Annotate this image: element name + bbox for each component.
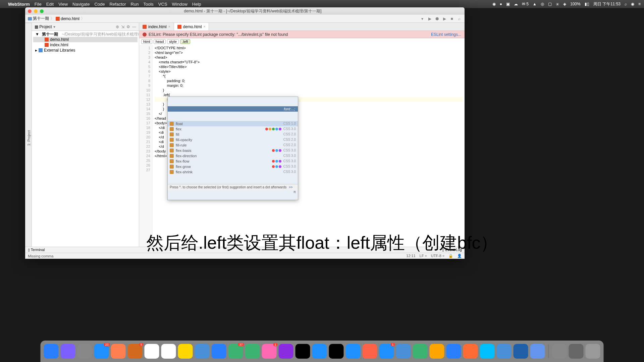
ac-item-float[interactable]: floatCSS 1.0 (168, 121, 298, 126)
tool-structure[interactable]: 7: Structure (25, 23, 26, 253)
menu-help[interactable]: Help (192, 2, 201, 7)
dock-app-4[interactable] (111, 344, 126, 359)
path-html[interactable]: html (141, 39, 152, 44)
dock-app-6[interactable] (145, 344, 159, 359)
record-icon[interactable]: ◉ (492, 2, 496, 6)
dock-app-23[interactable] (430, 344, 444, 359)
menu-refactor[interactable]: Refactor (109, 2, 126, 7)
tab-index[interactable]: index.html× (139, 23, 174, 31)
dock-app-1[interactable] (61, 344, 75, 359)
vpn-icon[interactable]: ▣ (506, 2, 510, 6)
code-area[interactable]: 1234567891011121314151617181920212223242… (139, 45, 465, 253)
menu-edit[interactable]: Edit (46, 2, 54, 7)
debug-icon[interactable]: ⬢ (434, 16, 440, 21)
menu-extras-icon[interactable]: ≡ (638, 2, 641, 6)
dock-app-15[interactable] (296, 344, 310, 359)
terminal-tab[interactable]: ▯ Terminal (28, 248, 45, 252)
wifi-icon[interactable]: ◈ (563, 2, 566, 6)
dock-app-29[interactable] (530, 344, 545, 359)
ac-item-flex-direction[interactable]: flex-directionCSS 3.0 (168, 153, 298, 159)
dock-app-12[interactable] (245, 344, 260, 359)
minimize-icon[interactable] (34, 9, 38, 13)
scroll-from-source-icon[interactable]: ⊕ (116, 24, 119, 29)
menu-window[interactable]: Window (172, 2, 187, 7)
dock-app-2[interactable] (77, 344, 92, 359)
close-icon[interactable]: × (204, 25, 206, 28)
search-icon[interactable]: ⌕ (457, 16, 462, 21)
chevron-down-icon[interactable]: ▾ (53, 24, 55, 29)
dock-extra-1[interactable] (569, 344, 584, 359)
bc-file[interactable]: demo.html (56, 16, 79, 21)
gear-icon[interactable]: ⚙ (126, 24, 130, 29)
dock-extra-2[interactable] (586, 344, 600, 359)
menu-run[interactable]: Run (131, 2, 139, 7)
coverage-icon[interactable]: ▶ (442, 16, 447, 21)
menu-view[interactable]: View (58, 2, 68, 7)
dock-app-9[interactable] (195, 344, 210, 359)
bluetooth-icon[interactable]: ⚹ (556, 2, 559, 6)
stop-icon[interactable]: ■ (449, 16, 454, 21)
siri-icon[interactable]: ◉ (631, 2, 634, 6)
dock-extra-0[interactable] (552, 344, 567, 359)
ac-item-fill-rule[interactable]: fill-ruleCSS 2.0 (168, 142, 298, 148)
dock-app-16[interactable] (312, 344, 327, 359)
menu-file[interactable]: File (35, 2, 42, 7)
path-left[interactable]: .left (180, 39, 190, 44)
airplay-icon[interactable]: ▲ (533, 2, 537, 6)
dock-app-28[interactable] (514, 344, 528, 359)
dock-app-10[interactable] (212, 344, 226, 359)
ac-item-flex-grow[interactable]: flex-growCSS 3.0 (168, 164, 298, 169)
app-name[interactable]: WebStorm (8, 2, 30, 7)
project-tree[interactable]: ▼ 第十一期 ~/Desktop/前端学习资料/web前端技术梳理/第十一期 d… (32, 31, 139, 253)
ac-item-fill[interactable]: fillCSS 2.0 (168, 132, 298, 137)
menu-vcs[interactable]: VCS (158, 2, 167, 7)
run-icon[interactable]: ▶ (427, 16, 432, 21)
menu-navigate[interactable]: Navigate (72, 2, 90, 7)
ac-item-flex-flow[interactable]: flex-flowCSS 3.0 (168, 159, 298, 164)
dock-app-22[interactable] (413, 344, 428, 359)
clock[interactable]: 周日 下午11:53 (593, 1, 621, 7)
dock-app-17[interactable] (329, 344, 344, 359)
dock-app-18[interactable] (346, 344, 361, 359)
zoom-icon[interactable] (40, 9, 44, 13)
sq-icon[interactable]: ▢ (548, 2, 552, 6)
ac-item-flex[interactable]: flexCSS 3.0 (168, 126, 298, 132)
dock-app-20[interactable]: 1 (379, 344, 394, 359)
battery-pct[interactable]: 100% (570, 2, 581, 6)
dock-app-11[interactable]: 37 (228, 344, 243, 359)
ac-item-flex-shrink[interactable]: flex-shrinkCSS 3.0 (168, 169, 298, 175)
dock-app-0[interactable] (44, 344, 59, 359)
dock-app-21[interactable] (396, 344, 411, 359)
menu-code[interactable]: Code (94, 2, 105, 7)
ac-item-fill-opacity[interactable]: fill-opacityCSS 2.0 (168, 137, 298, 142)
eslint-settings-link[interactable]: ESLint settings... (431, 32, 461, 37)
titlebar[interactable]: demo.html - 第十一期 - [~/Desktop/前端学习资料/web… (25, 7, 465, 15)
dock-app-7[interactable] (161, 344, 176, 359)
dock-app-13[interactable]: 1 (262, 344, 277, 359)
bc-project[interactable]: 第十一期 (28, 16, 49, 21)
close-icon[interactable] (28, 9, 32, 13)
code-text[interactable]: <!DOCTYPE html><html lang="en"><head> <m… (153, 45, 465, 253)
tree-ext-lib[interactable]: ▸ External Libraries (33, 48, 138, 53)
menu-tools[interactable]: Tools (143, 2, 153, 7)
path-style[interactable]: style (167, 39, 179, 44)
tree-file-demo[interactable]: demo.html (33, 37, 138, 42)
dock-app-8[interactable] (178, 344, 193, 359)
tab-demo[interactable]: demo.html× (174, 23, 209, 31)
tool-project[interactable]: 1: Project (26, 23, 32, 253)
dock-app-25[interactable] (463, 344, 478, 359)
dock-app-14[interactable] (279, 344, 293, 359)
autocomplete-popup[interactable]: font:...; floatCSS 1.0flexCSS 3.0fillCSS… (167, 97, 298, 200)
spotlight-icon[interactable]: ⌕ (625, 2, 627, 6)
battery-icon[interactable]: ▮▯ (585, 2, 589, 6)
ac-item-flex-basis[interactable]: flex-basisCSS 3.0 (168, 148, 298, 153)
ac-more-link[interactable]: >> (289, 185, 293, 189)
run-config-dropdown[interactable]: ▾ (420, 16, 425, 21)
dock-app-26[interactable] (480, 344, 495, 359)
close-icon[interactable]: × (168, 25, 170, 28)
tree-file-index[interactable]: index.html (33, 42, 138, 48)
notify-icon[interactable]: ● (500, 2, 502, 6)
dock-app-24[interactable] (446, 344, 461, 359)
collapse-icon[interactable]: ⇲ (121, 24, 124, 29)
macos-dock[interactable]: 2353711 (41, 341, 604, 362)
